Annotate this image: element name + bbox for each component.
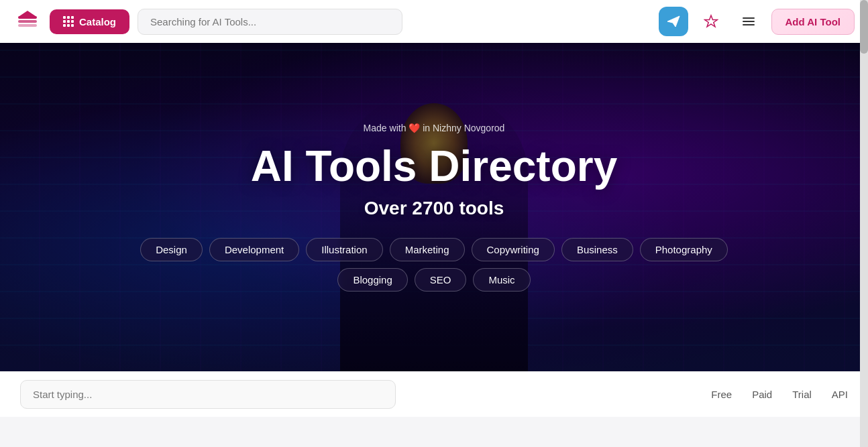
- hero-section: Made with ❤️ in Nizhny Novgorod AI Tools…: [0, 43, 868, 371]
- hero-tag-design[interactable]: Design: [140, 238, 203, 261]
- hero-title: AI Tools Directory: [251, 143, 617, 190]
- filter-api[interactable]: API: [832, 385, 848, 404]
- svg-rect-5: [743, 21, 755, 22]
- telegram-button[interactable]: [659, 7, 688, 36]
- telegram-icon: [666, 14, 681, 29]
- hero-tag-music[interactable]: Music: [473, 268, 530, 292]
- bottom-bar: FreePaidTrialAPI: [0, 371, 868, 417]
- scrollbar-track[interactable]: [860, 0, 868, 417]
- svg-marker-3: [19, 11, 36, 16]
- hero-tag-marketing[interactable]: Marketing: [390, 238, 465, 261]
- made-with-location: in Nizhny Novgorod: [423, 123, 504, 133]
- star-icon: [704, 14, 718, 29]
- bottom-search-input[interactable]: [20, 380, 396, 409]
- svg-rect-0: [18, 16, 37, 19]
- hero-tag-illustration[interactable]: Illustration: [306, 238, 382, 261]
- favorites-button[interactable]: [696, 7, 726, 36]
- filter-free[interactable]: Free: [711, 385, 732, 404]
- hero-tag-blogging[interactable]: Blogging: [337, 268, 407, 292]
- hero-subtitle: Over 2700 tools: [364, 198, 504, 219]
- menu-button[interactable]: [734, 7, 763, 36]
- navbar: Catalog Add AI Tool: [0, 0, 868, 43]
- hero-tag-seo[interactable]: SEO: [415, 268, 467, 292]
- hero-content: Made with ❤️ in Nizhny Novgorod AI Tools…: [132, 123, 736, 292]
- hero-tag-business[interactable]: Business: [561, 238, 633, 261]
- scrollbar-thumb[interactable]: [860, 0, 868, 54]
- catalog-grid-icon: [63, 16, 74, 27]
- hero-heart: ❤️: [409, 123, 423, 133]
- hero-tags-container: DesignDevelopmentIllustrationMarketingCo…: [132, 238, 736, 292]
- catalog-label: Catalog: [79, 16, 116, 27]
- svg-rect-2: [18, 24, 37, 27]
- svg-rect-6: [743, 24, 755, 25]
- svg-rect-1: [18, 20, 37, 23]
- hero-tag-development[interactable]: Development: [209, 238, 299, 261]
- filter-trial[interactable]: Trial: [792, 385, 812, 404]
- search-input[interactable]: [138, 9, 402, 35]
- made-with-text: Made with: [364, 123, 406, 133]
- hero-tag-photography[interactable]: Photography: [640, 238, 728, 261]
- catalog-button[interactable]: Catalog: [50, 9, 129, 34]
- menu-icon: [741, 14, 756, 29]
- hero-made-with: Made with ❤️ in Nizhny Novgorod: [364, 123, 505, 133]
- logo[interactable]: [13, 7, 42, 36]
- add-tool-button[interactable]: Add AI Tool: [771, 9, 855, 35]
- hero-tag-copywriting[interactable]: Copywriting: [472, 238, 555, 261]
- filter-paid[interactable]: Paid: [752, 385, 772, 404]
- svg-rect-4: [743, 17, 755, 19]
- filter-buttons: FreePaidTrialAPI: [711, 385, 848, 404]
